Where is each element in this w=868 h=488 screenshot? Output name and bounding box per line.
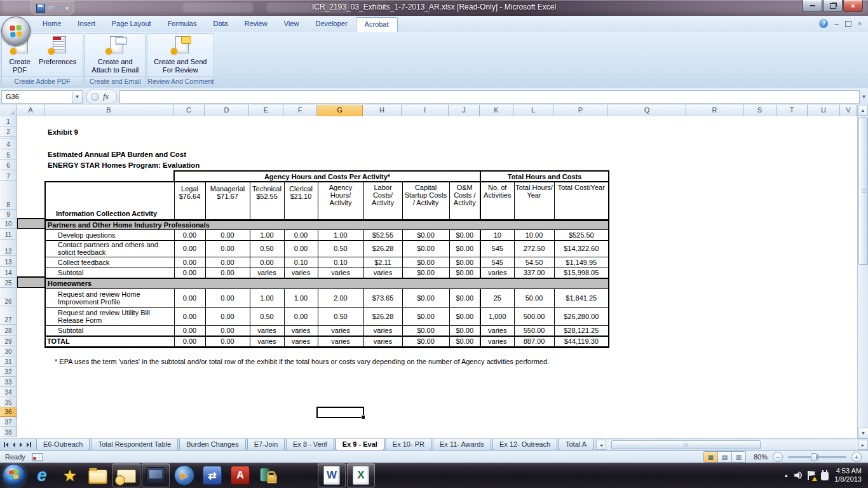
value-cell[interactable]: 10 [480, 229, 514, 240]
sheet-tab-ex-12-outreach[interactable]: Ex 12- Outreach [492, 439, 557, 451]
value-cell[interactable]: 0.00 [250, 257, 284, 268]
value-cell[interactable]: 0.00 [284, 307, 318, 325]
show-hidden-icons-icon[interactable]: ▲ [783, 473, 789, 478]
cell-title-line1[interactable]: Estimated Annual EPA Burden and Cost [48, 151, 186, 158]
value-cell[interactable]: 0.00 [205, 288, 250, 307]
value-cell[interactable]: $0.00 [449, 229, 480, 240]
row-header-6[interactable]: 6 [0, 160, 17, 170]
column-header-k[interactable]: K [480, 105, 513, 116]
column-header-c[interactable]: C [173, 105, 205, 116]
value-cell[interactable]: 1.00 [250, 229, 284, 240]
credential-manager-icon[interactable] [255, 464, 281, 487]
column-header-cell[interactable]: Managerial$71.67 [205, 182, 250, 220]
value-cell[interactable]: $26,280.00 [554, 307, 609, 325]
formula-bar-expand-icon[interactable]: ▼ [860, 94, 868, 100]
value-cell[interactable]: $0.00 [402, 288, 449, 307]
value-cell[interactable]: 0.50 [250, 240, 284, 257]
activity-label-cell[interactable]: Subtotal [45, 268, 174, 278]
row-header-25[interactable]: 25 [0, 278, 17, 288]
name-box[interactable]: G36 [1, 90, 72, 104]
value-cell[interactable]: 0.00 [205, 336, 250, 347]
restore-button[interactable] [823, 0, 843, 12]
sheet-tab-ex-11-awards[interactable]: Ex 11- Awards [433, 439, 491, 451]
sheet-tab-total-respondent-table[interactable]: Total Respondent Table [91, 439, 178, 451]
row-header-4[interactable]: 4 [0, 139, 17, 149]
value-cell[interactable]: 0.50 [250, 307, 284, 325]
value-cell[interactable]: 337.00 [514, 268, 554, 278]
vertical-scroll-thumb[interactable] [858, 118, 868, 265]
sheet-tab-total-a[interactable]: Total A [559, 439, 593, 451]
value-cell[interactable]: 0.00 [284, 229, 318, 240]
sheet-tab-e7-join[interactable]: E7-Join [247, 439, 285, 451]
workbook-minimize-icon[interactable]: – [834, 20, 838, 27]
value-cell[interactable]: $28,121.25 [554, 325, 609, 336]
group-header-agency[interactable]: Agency Hours and Costs Per Activity* [174, 171, 480, 182]
row-header-34[interactable]: 34 [0, 387, 17, 397]
scroll-down-icon[interactable]: ▼ [858, 428, 868, 438]
windows-explorer-icon[interactable] [85, 464, 111, 487]
column-header-t[interactable]: T [776, 105, 808, 116]
previous-sheet-icon[interactable] [13, 442, 15, 447]
table-blank-cell[interactable] [45, 171, 174, 182]
horizontal-scroll-track[interactable] [606, 440, 858, 450]
value-cell[interactable]: $2.11 [363, 257, 402, 268]
column-header-h[interactable]: H [363, 105, 402, 116]
row-header-5[interactable]: 5 [0, 149, 17, 160]
value-cell[interactable]: $525.50 [554, 229, 609, 240]
insert-function-button[interactable]: fx [86, 90, 117, 104]
value-cell[interactable]: $52.55 [363, 229, 402, 240]
activity-label-cell[interactable]: Contact partners and others and solicit … [45, 240, 174, 257]
value-cell[interactable]: $1,149.95 [554, 257, 609, 268]
value-cell[interactable]: $14,322.60 [554, 240, 609, 257]
column-header-cell[interactable]: Agency Hours/ Activity [318, 182, 363, 220]
horizontal-scrollbar[interactable]: ◄ ► [596, 439, 868, 451]
column-header-cell[interactable]: Capital Startup Costs / Activity [402, 182, 449, 220]
row-header-1[interactable]: 1 [0, 116, 17, 126]
value-cell[interactable]: $0.00 [402, 268, 449, 278]
column-header-i[interactable]: I [402, 105, 449, 116]
row-header-35[interactable]: 35 [0, 397, 17, 407]
value-cell[interactable]: $0.00 [449, 240, 480, 257]
column-header-d[interactable]: D [205, 105, 249, 116]
qat-dropdown-icon[interactable]: ▾ [65, 3, 69, 13]
word-icon[interactable]: W [318, 463, 346, 487]
tab-home[interactable]: Home [34, 17, 69, 32]
row-header-31[interactable]: 31 [0, 356, 17, 367]
create-and-send-for-review-button[interactable]: ✹Create and Send For Review [152, 36, 208, 75]
first-sheet-icon[interactable] [4, 442, 8, 447]
value-cell[interactable]: varies [318, 336, 363, 347]
value-cell[interactable]: 0.10 [284, 257, 318, 268]
row-header-29[interactable]: 29 [0, 336, 17, 346]
section-header-cell[interactable]: Homeowners [45, 278, 609, 288]
value-cell[interactable]: 0.00 [205, 307, 250, 325]
column-header-b[interactable]: B [44, 105, 173, 116]
value-cell[interactable]: 1.00 [250, 288, 284, 307]
zoom-out-icon[interactable]: − [773, 452, 783, 462]
column-header-u[interactable]: U [808, 105, 840, 116]
row-header-26[interactable]: 26 [0, 288, 17, 306]
last-sheet-icon[interactable] [27, 442, 31, 447]
row-header-9[interactable]: 9 [0, 210, 17, 219]
favorites-star-icon[interactable]: ★ [57, 464, 83, 487]
value-cell[interactable]: 0.00 [284, 240, 318, 257]
value-cell[interactable]: 1,000 [480, 307, 514, 325]
value-cell[interactable]: 0.50 [318, 240, 363, 257]
value-cell[interactable]: 500.00 [514, 307, 554, 325]
tab-data[interactable]: Data [205, 17, 236, 32]
row-header-30[interactable]: 30 [0, 346, 17, 356]
column-header-j[interactable]: J [449, 105, 480, 116]
value-cell[interactable]: $0.00 [402, 240, 449, 257]
tab-formulas[interactable]: Formulas [159, 17, 205, 32]
macro-record-icon[interactable] [32, 453, 43, 461]
activity-label-cell[interactable]: Subtotal [45, 325, 174, 336]
outlook-icon[interactable] [112, 463, 140, 487]
column-header-g[interactable]: G [317, 105, 363, 116]
value-cell[interactable]: $44,119.30 [554, 336, 609, 347]
value-cell[interactable]: varies [363, 268, 402, 278]
value-cell[interactable]: 0.00 [174, 325, 205, 336]
row-header-8[interactable]: 8 [0, 181, 17, 210]
zoom-in-icon[interactable]: + [851, 452, 862, 462]
column-header-f[interactable]: F [283, 105, 317, 116]
value-cell[interactable]: 0.00 [174, 336, 205, 347]
row-header-36[interactable]: 36 [0, 407, 17, 417]
